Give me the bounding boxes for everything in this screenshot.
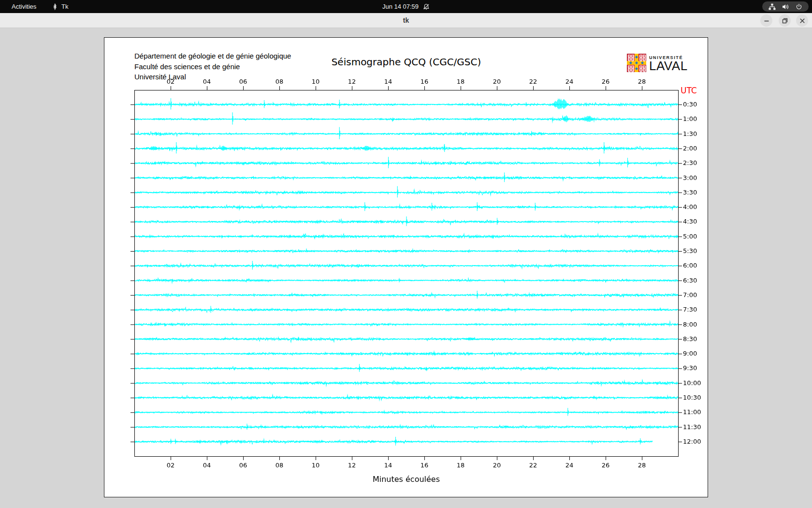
x-tick-label-top: 26 (596, 78, 615, 85)
trace-time-label: 8:30 (683, 335, 697, 343)
close-icon (798, 16, 807, 25)
x-tick-label-bottom: 06 (233, 462, 253, 469)
power-icon (796, 3, 802, 10)
x-axis-title: Minutes écoulées (134, 475, 678, 484)
x-tick-label-bottom: 14 (378, 462, 398, 469)
x-tick-label-top: 12 (342, 78, 362, 85)
window-title: tk (0, 13, 812, 28)
x-tick-label-bottom: 12 (342, 462, 362, 469)
x-tick-label-bottom: 08 (270, 462, 289, 469)
trace-time-label: 9:00 (683, 350, 697, 357)
x-tick-label-top: 18 (451, 78, 470, 85)
trace-time-label: 11:00 (683, 408, 701, 416)
close-button[interactable] (796, 15, 808, 27)
network-icon (768, 3, 776, 10)
trace-time-label: 8:00 (683, 321, 697, 328)
trace-time-label: 2:30 (683, 159, 697, 166)
x-tick-label-top: 16 (415, 78, 434, 85)
x-tick-label-bottom: 02 (161, 462, 180, 469)
trace-time-label: 12:00 (683, 438, 701, 445)
trace-time-label: 7:00 (683, 291, 697, 299)
trace-time-label: 7:30 (683, 306, 697, 313)
trace-time-label: 4:30 (683, 218, 697, 225)
x-tick-label-bottom: 18 (451, 462, 470, 469)
minimize-button[interactable] (760, 15, 772, 27)
x-tick-label-top: 06 (233, 78, 253, 85)
clock-area[interactable]: Jun 14 07:59 (0, 0, 812, 13)
seismogram-plot (104, 38, 709, 498)
trace-time-label: 6:00 (683, 262, 697, 269)
trace-time-label: 2:00 (683, 145, 697, 152)
trace-time-label: 10:30 (683, 394, 701, 401)
system-tray[interactable] (762, 1, 809, 12)
x-tick-label-top: 10 (306, 78, 325, 85)
x-tick-label-bottom: 26 (596, 462, 615, 469)
gnome-top-bar: Activities Tk Jun 14 07:59 (0, 0, 812, 13)
trace-time-label: 0:30 (683, 101, 697, 108)
trace-time-label: 3:30 (683, 189, 697, 196)
trace-time-label: 6:30 (683, 277, 697, 284)
volume-icon (782, 3, 789, 10)
trace-time-label: 3:00 (683, 174, 697, 181)
trace-time-label: 4:00 (683, 203, 697, 210)
trace-time-label: 1:00 (683, 115, 697, 122)
trace-time-label: 11:30 (683, 423, 701, 431)
notifications-disabled-icon (423, 3, 430, 10)
x-tick-label-bottom: 22 (523, 462, 543, 469)
x-tick-label-top: 24 (560, 78, 579, 85)
x-tick-label-top: 08 (270, 78, 289, 85)
x-tick-label-top: 02 (161, 78, 180, 85)
x-tick-label-bottom: 10 (306, 462, 325, 469)
desktop-background: Département de géologie et de génie géol… (0, 28, 812, 508)
trace-time-label: 1:30 (683, 130, 697, 137)
x-tick-label-top: 22 (523, 78, 543, 85)
x-tick-label-top: 04 (197, 78, 217, 85)
restore-icon (781, 16, 789, 25)
x-tick-label-top: 28 (632, 78, 652, 85)
trace-time-label: 10:00 (683, 379, 701, 387)
minimize-icon (762, 16, 771, 25)
trace-time-label: 9:30 (683, 364, 697, 372)
x-tick-label-top: 14 (378, 78, 398, 85)
utc-axis-title: UTC (681, 86, 697, 95)
maximize-button[interactable] (779, 15, 791, 27)
x-tick-label-bottom: 28 (632, 462, 652, 469)
trace-time-label: 5:30 (683, 247, 697, 254)
x-tick-label-bottom: 04 (197, 462, 217, 469)
window-titlebar: tk (0, 13, 812, 28)
x-tick-label-bottom: 20 (487, 462, 507, 469)
x-tick-label-top: 20 (487, 78, 507, 85)
clock-label: Jun 14 07:59 (382, 3, 419, 10)
x-tick-label-bottom: 16 (415, 462, 434, 469)
trace-time-label: 5:00 (683, 233, 697, 240)
x-tick-label-bottom: 24 (560, 462, 579, 469)
seismograph-canvas-window: Département de géologie et de génie géol… (104, 37, 708, 497)
